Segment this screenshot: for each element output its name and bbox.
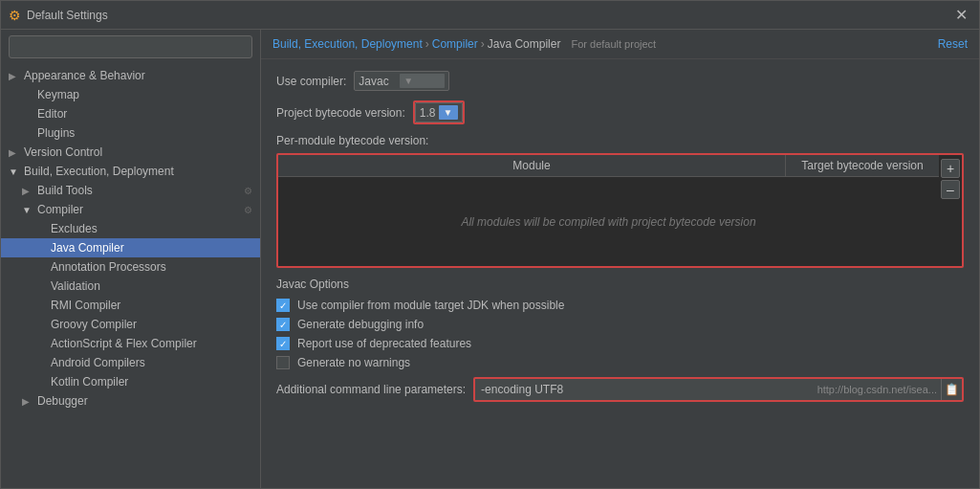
arrow-icon: ▶ [22, 186, 35, 196]
sidebar-item-label: Excludes [51, 222, 252, 235]
breadcrumb: Build, Execution, Deployment › Compiler … [272, 37, 656, 51]
cmd-row: Additional command line parameters: http… [276, 377, 964, 402]
empty-message: All modules will be compiled with projec… [461, 215, 755, 229]
module-table-wrapper: Module Target bytecode version All modul… [276, 153, 964, 268]
option-deprecated: ✓ Report use of deprecated features [276, 337, 964, 350]
sidebar-item-editor[interactable]: Editor [1, 104, 260, 123]
bytecode-version-select[interactable]: 1.8 ▼ [415, 102, 463, 122]
arrow-icon: ▶ [22, 396, 35, 407]
sidebar-item-label: Plugins [37, 126, 252, 140]
app-icon: ⚙ [9, 8, 21, 23]
panel-content: Use compiler: Javac ▼ Project bytecode v… [261, 59, 979, 488]
sidebar-item-label: Appearance & Behavior [24, 69, 252, 82]
bytecode-version-label: Project bytecode version: [276, 106, 405, 120]
use-compiler-value: Javac [359, 75, 396, 88]
content-area: ▶ Appearance & Behavior Keymap Editor Pl… [1, 30, 979, 488]
arrow-icon: ▼ [22, 205, 35, 215]
sidebar-item-label: Annotation Processors [51, 260, 252, 274]
cmd-label: Additional command line parameters: [276, 383, 466, 396]
reset-button[interactable]: Reset [938, 37, 968, 51]
use-compiler-row: Use compiler: Javac ▼ [276, 71, 964, 91]
sidebar-item-java-compiler[interactable]: Java Compiler [1, 238, 260, 257]
sidebar-item-actionscript-compiler[interactable]: ActionScript & Flex Compiler [1, 334, 260, 353]
breadcrumb-sep2: › [481, 37, 485, 51]
sidebar-item-appearance[interactable]: ▶ Appearance & Behavior [1, 66, 260, 85]
cmd-input[interactable] [475, 380, 814, 399]
sidebar-item-compiler[interactable]: ▼ Compiler ⚙ [1, 200, 260, 219]
sidebar-item-debugger[interactable]: ▶ Debugger [1, 391, 260, 411]
sidebar-item-rmi-compiler[interactable]: RMI Compiler [1, 296, 260, 315]
sidebar-item-label: ActionScript & Flex Compiler [51, 337, 252, 350]
nav-tree: ▶ Appearance & Behavior Keymap Editor Pl… [1, 64, 260, 488]
arrow-icon: ▶ [9, 71, 22, 81]
sidebar-item-kotlin-compiler[interactable]: Kotlin Compiler [1, 372, 260, 391]
close-button[interactable]: ✕ [951, 6, 971, 24]
bytecode-dropdown-arrow-icon: ▼ [439, 105, 457, 120]
bytecode-version-wrapper: 1.8 ▼ [413, 100, 465, 124]
version-col-header: Target bytecode version [786, 155, 939, 176]
title-bar: ⚙ Default Settings ✕ [1, 1, 979, 30]
sidebar-item-label: Debugger [37, 394, 252, 408]
sidebar-item-build-tools[interactable]: ▶ Build Tools ⚙ [1, 181, 260, 200]
bytecode-version-value: 1.8 [420, 106, 436, 120]
module-table-body: All modules will be compiled with projec… [278, 177, 939, 266]
sidebar-item-label: Version Control [24, 145, 252, 159]
breadcrumb-compiler[interactable]: Compiler [432, 37, 478, 51]
use-compiler-select[interactable]: Javac ▼ [354, 71, 449, 91]
copy-button[interactable]: 📋 [941, 379, 962, 400]
sidebar-item-label: Compiler [37, 203, 240, 216]
sidebar-item-label: Keymap [37, 88, 252, 101]
module-col-header: Module [278, 155, 786, 176]
config-icon: ⚙ [244, 186, 252, 196]
sidebar-item-build-execution[interactable]: ▼ Build, Execution, Deployment [1, 162, 260, 181]
sidebar-item-android-compilers[interactable]: Android Compilers [1, 353, 260, 372]
sidebar-item-excludes[interactable]: Excludes [1, 219, 260, 238]
arrow-icon: ▼ [9, 167, 22, 177]
sidebar-item-plugins[interactable]: Plugins [1, 123, 260, 143]
option-no-warnings: Generate no warnings [276, 356, 964, 369]
remove-module-button[interactable]: – [941, 180, 960, 199]
cmd-url: http://blog.csdn.net/isea... [814, 384, 941, 395]
search-box[interactable] [9, 35, 252, 58]
breadcrumb-bar: Build, Execution, Deployment › Compiler … [261, 30, 979, 59]
module-table: Module Target bytecode version All modul… [278, 155, 939, 266]
sidebar-item-label: Build, Execution, Deployment [24, 165, 252, 178]
use-compiler-label: Use compiler: [276, 75, 346, 88]
option-label: Generate debugging info [297, 318, 424, 331]
sidebar-item-label: Java Compiler [51, 241, 252, 255]
add-module-button[interactable]: + [941, 159, 960, 178]
module-table-header: Module Target bytecode version [278, 155, 939, 177]
javac-options-header: Javac Options [276, 278, 964, 291]
window-title: Default Settings [27, 9, 951, 22]
checkbox-deprecated[interactable]: ✓ [276, 337, 290, 350]
main-panel: Build, Execution, Deployment › Compiler … [261, 30, 979, 488]
sidebar-item-label: Groovy Compiler [51, 318, 252, 331]
option-label: Generate no warnings [297, 356, 410, 369]
search-input[interactable] [15, 40, 246, 54]
checkbox-gen-debug[interactable]: ✓ [276, 318, 290, 331]
option-use-module-jdk: ✓ Use compiler from module target JDK wh… [276, 299, 964, 312]
sidebar-item-keymap[interactable]: Keymap [1, 85, 260, 104]
default-settings-window: ⚙ Default Settings ✕ ▶ Appearance & Beha… [0, 0, 980, 489]
sidebar-item-label: Validation [51, 279, 252, 293]
cmd-input-wrapper: http://blog.csdn.net/isea... 📋 [473, 377, 964, 402]
sidebar-item-validation[interactable]: Validation [1, 277, 260, 296]
bytecode-version-row: Project bytecode version: 1.8 ▼ [276, 100, 964, 124]
sidebar-item-annotation-processors[interactable]: Annotation Processors [1, 257, 260, 277]
breadcrumb-info: For default project [571, 38, 656, 50]
option-gen-debug: ✓ Generate debugging info [276, 318, 964, 331]
checkbox-use-module-jdk[interactable]: ✓ [276, 299, 290, 312]
breadcrumb-current: Java Compiler [488, 37, 561, 51]
breadcrumb-sep1: › [425, 37, 429, 51]
breadcrumb-build[interactable]: Build, Execution, Deployment [272, 37, 423, 51]
dropdown-arrow-icon: ▼ [400, 74, 445, 88]
sidebar-item-groovy-compiler[interactable]: Groovy Compiler [1, 315, 260, 334]
sidebar-item-version-control[interactable]: ▶ Version Control [1, 143, 260, 162]
sidebar-item-label: Editor [37, 107, 252, 121]
config-icon: ⚙ [244, 205, 252, 215]
sidebar-item-label: Build Tools [37, 184, 240, 197]
sidebar-item-label: RMI Compiler [51, 299, 252, 312]
checkbox-no-warnings[interactable] [276, 356, 290, 369]
option-label: Use compiler from module target JDK when… [297, 299, 564, 312]
arrow-icon: ▶ [9, 147, 22, 158]
